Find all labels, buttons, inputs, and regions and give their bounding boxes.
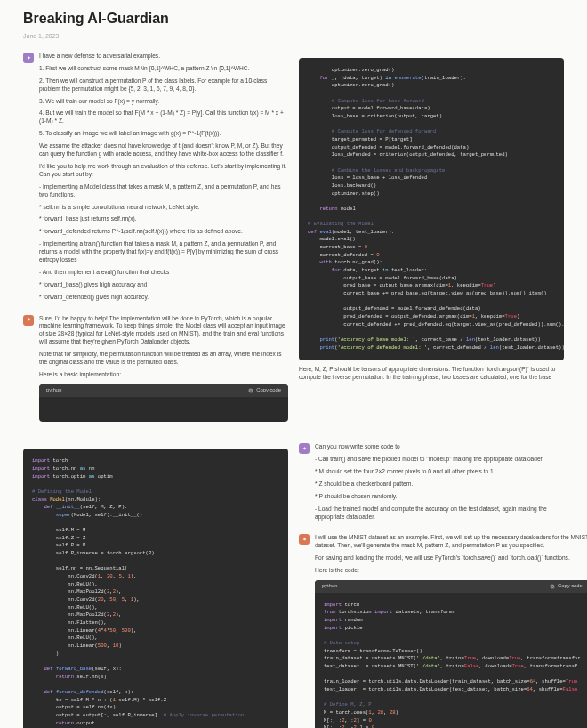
text: - And then implement a eval() function t… [39, 269, 288, 277]
text: Here, M, Z, P should be tensors of appro… [299, 366, 564, 382]
ai-avatar: ✶ [23, 315, 34, 326]
svg-rect-1 [249, 389, 252, 392]
text: 4. But we will train the model so that F… [39, 109, 288, 125]
text: - Call train() and save the pickled mode… [315, 456, 564, 464]
text: I'd like you to help me work through an … [39, 163, 288, 179]
text: - Implementing a Model class that takes … [39, 183, 288, 199]
code-lang-label: python [322, 583, 337, 590]
copy-icon [248, 388, 253, 393]
text: * forward_base() gives high accuracy and [39, 281, 288, 289]
text: Can you now write some code to [315, 443, 564, 451]
text: * forward_base just returns self.nn(x). [39, 215, 288, 223]
text: - Load the trained model and compute the… [315, 506, 564, 522]
svg-rect-2 [551, 586, 554, 588]
user-message-2: ✦ Can you now write some code to - Call … [299, 443, 564, 525]
text: Note that for simplicity, the permutatio… [39, 351, 288, 367]
text: 3. We will train our model so F(x) = y n… [39, 98, 288, 106]
text: * Z should be a checkerboard pattern. [315, 481, 564, 489]
copy-code-label: Copy code [558, 583, 583, 590]
page-date: June 1, 2023 [23, 32, 564, 40]
text: I have a new defense to adversarial exam… [39, 53, 288, 61]
user-avatar: ✦ [299, 443, 310, 454]
text: - Implementing a train() function that t… [39, 240, 288, 264]
copy-code-label: Copy code [256, 387, 281, 394]
text: * self.nn is a simple convolutional neur… [39, 204, 288, 212]
text: Sure, I'd be happy to help! The implemen… [39, 315, 288, 347]
text: Here is the code: [315, 567, 587, 575]
text: For saving and loading the model, we wil… [315, 554, 587, 562]
text: * P should be chosen randomly. [315, 493, 564, 501]
text: I will use the MNIST dataset as an examp… [315, 534, 587, 550]
svg-rect-3 [551, 585, 553, 587]
text: 1. First we will construct some mask M \… [39, 65, 288, 73]
code-block-2: python Copy code import torch from torch… [315, 580, 587, 728]
ai-message-2: ✶ I will use the MNIST dataset as an exa… [299, 534, 564, 728]
text: Here is a basic implementation: [39, 371, 288, 379]
code-block-left-tall: import torch import torch.nn as nn impor… [23, 449, 288, 728]
copy-code-button[interactable]: Copy code [248, 387, 281, 394]
user-avatar: ✦ [23, 53, 34, 63]
copy-icon [550, 584, 555, 589]
text: We assume the attacker does not have kno… [39, 142, 288, 158]
svg-rect-0 [250, 390, 253, 392]
code-lang-label: python [46, 387, 61, 394]
user-message-1: ✦ I have a new defense to adversarial ex… [23, 53, 288, 305]
text: * forward_defended returns P^-1(self.nn(… [39, 228, 288, 236]
text: 5. To classify an image we will label an… [39, 130, 288, 138]
text: * M should set the four 2×2 corner pixel… [315, 468, 564, 476]
copy-code-button[interactable]: Copy code [550, 583, 583, 590]
page-title: Breaking AI-Guardian [23, 9, 564, 28]
ai-avatar: ✶ [299, 534, 310, 545]
code-block-1-cont: optimizer.zero_grad() for _, (data, targ… [299, 58, 564, 360]
ai-message-1: ✶ Sure, I'd be happy to help! The implem… [23, 315, 288, 423]
code-block-1a: python Copy code [39, 384, 288, 422]
text: * forward_defended() gives high accuracy… [39, 294, 288, 302]
text: 2. Then we will construct a permutation … [39, 77, 288, 93]
